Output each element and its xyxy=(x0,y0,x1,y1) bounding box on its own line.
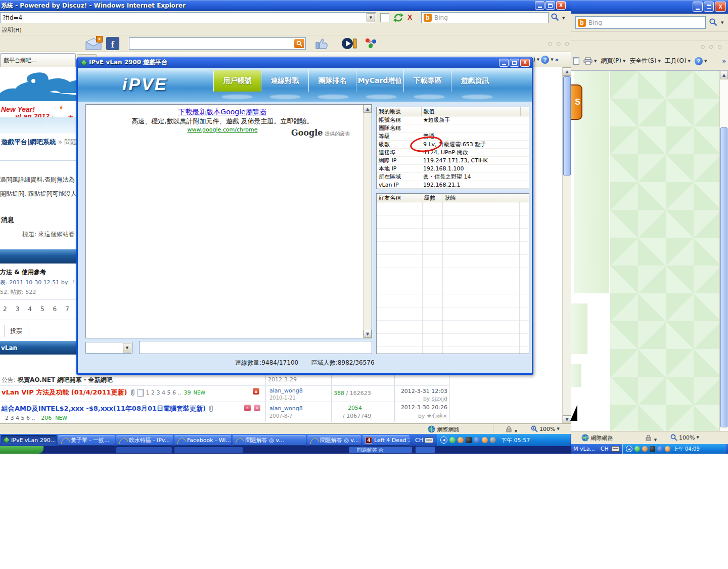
like-button[interactable] xyxy=(315,37,330,52)
refresh-button[interactable] xyxy=(393,13,403,24)
thread-pages[interactable]: 2 3 4 5 6 .. xyxy=(5,415,35,421)
protected-mode-button[interactable]: ▼ xyxy=(645,434,657,443)
minimize-button[interactable] xyxy=(693,2,703,12)
thread-title[interactable]: 組合AMD及INTEL$2,xxx -$8,xxx(11年08月01日電腦套裝更… xyxy=(2,404,206,413)
friends-header-level[interactable]: 級數 xyxy=(422,194,442,202)
browser-scrollbar[interactable]: ▲ ▼ xyxy=(562,67,571,424)
side-tab-button[interactable]: S xyxy=(571,84,582,120)
share-button[interactable] xyxy=(364,37,378,51)
language-indicator[interactable]: CH xyxy=(415,437,423,444)
tab-mycard-topup[interactable]: MyCard增值 xyxy=(356,70,403,92)
app-titlebar[interactable]: IPvE vLan 2900 遊戲平台 X xyxy=(78,57,532,68)
thread-author[interactable]: alan_wong8 xyxy=(269,405,303,412)
friends-list-body[interactable] xyxy=(377,202,529,354)
search-go-button[interactable] xyxy=(551,13,560,23)
tray-icon-app[interactable] xyxy=(642,446,648,452)
tray-icon-user[interactable] xyxy=(474,437,480,443)
left-titlebar[interactable]: 系統 - Powered by Discuz! - Windows Intern… xyxy=(0,0,571,11)
page-icon[interactable] xyxy=(573,57,579,65)
minimize-button[interactable] xyxy=(535,1,544,10)
ad-scrollbar[interactable]: ▲ ▼ xyxy=(363,105,372,338)
page-number[interactable]: 4 xyxy=(28,305,32,313)
page-number[interactable]: 7 xyxy=(65,305,69,313)
bing-search-box[interactable]: b Bing xyxy=(575,16,706,29)
protected-mode-button[interactable]: ▼ xyxy=(506,426,517,434)
print-button[interactable]: ▼ xyxy=(583,57,597,65)
thread-pages[interactable]: 1 2 3 4 5 6 .. xyxy=(146,389,181,396)
tray-icon-browser[interactable] xyxy=(482,437,488,443)
language-indicator[interactable]: CH xyxy=(601,446,609,452)
section-title[interactable]: 方法 & 使用參考 xyxy=(0,268,46,277)
zoom-control[interactable]: 100% ▼ xyxy=(670,434,699,441)
tray-icon-user[interactable] xyxy=(657,446,663,452)
close-button[interactable]: X xyxy=(556,1,566,10)
more-commands-icon[interactable]: » xyxy=(555,56,559,63)
scroll-up-button[interactable]: ▲ xyxy=(563,67,571,76)
scrollbar-thumb[interactable] xyxy=(720,127,727,427)
tray-chevron[interactable]: ◀ xyxy=(440,436,447,444)
account-header-key[interactable]: 我的帳號 xyxy=(377,107,421,116)
tab-team-ranking[interactable]: 團隊排名 xyxy=(308,70,356,92)
help-button[interactable]: ? xyxy=(541,56,549,64)
tab-downloads[interactable]: 下載專區 xyxy=(403,70,451,92)
tray-icon-utility[interactable] xyxy=(650,446,655,452)
address-bar[interactable]: ?fid=4 ▼ xyxy=(0,12,376,23)
video-button[interactable] xyxy=(341,36,357,52)
address-dropdown-button[interactable]: ▼ xyxy=(367,13,375,22)
tray-icon-messenger[interactable] xyxy=(449,437,456,443)
combobox-dropdown-button[interactable]: ▼ xyxy=(123,343,131,353)
app-maximize-button[interactable] xyxy=(510,59,519,67)
account-header-value[interactable]: 數值 xyxy=(421,107,520,116)
compatibility-icon[interactable] xyxy=(380,13,389,22)
taskbar-button-l4d[interactable]: 4Left 4 Dead 2 xyxy=(362,435,410,445)
facebook-button[interactable]: f xyxy=(106,37,119,50)
search-go-button[interactable] xyxy=(709,18,718,28)
scroll-down-button[interactable]: ▼ xyxy=(563,415,571,424)
message-title[interactable]: 標題: 來這個網站看 xyxy=(22,230,75,239)
tray-icon-utility[interactable] xyxy=(466,437,472,443)
toolbar-overflow[interactable]: ○ ○ ○ xyxy=(701,44,723,49)
taskbar-button-ipve[interactable]: IPvE vLan 290... xyxy=(1,435,57,445)
right-page-scrollbar[interactable]: ▲ xyxy=(719,71,728,431)
scroll-up-button[interactable]: ▲ xyxy=(720,71,728,79)
restore-button[interactable] xyxy=(704,2,714,12)
tools-menu[interactable]: 工具(O)▼ xyxy=(665,57,691,65)
tray-icon-volume[interactable] xyxy=(490,437,496,443)
tab-online-battle[interactable]: 連線對戰 xyxy=(261,70,308,92)
more-commands-icon[interactable]: » xyxy=(722,58,726,65)
app-close-button[interactable]: X xyxy=(520,59,530,67)
help-menu[interactable]: ?▼ xyxy=(695,57,707,65)
mail-button[interactable]: ★ xyxy=(85,37,102,52)
taskbar-button[interactable]: e吹水特區 - IPv... xyxy=(116,435,173,445)
safety-menu[interactable]: 安全性(S)▼ xyxy=(629,57,660,65)
stop-button[interactable]: X xyxy=(407,13,412,21)
chat-channel-combobox[interactable]: ▼ xyxy=(85,342,132,354)
toolbar-search-input[interactable] xyxy=(129,37,306,50)
page-number[interactable]: 5 xyxy=(40,305,44,313)
friends-header-name[interactable]: 好友名稱 xyxy=(377,194,422,202)
search-dropdown[interactable]: ▼ xyxy=(562,16,565,20)
announcement-row[interactable]: 公告: 祝賀AO.NET 網吧開幕 - 全新網吧 xyxy=(2,376,113,384)
breadcrumb-site[interactable]: 遊戲平台|網吧系統 xyxy=(1,138,56,146)
taskbar-button[interactable]: eFacebook - Wi... xyxy=(174,435,231,445)
scroll-down-button[interactable]: ▼ xyxy=(363,330,372,338)
zoom-control[interactable]: 100% ▼ xyxy=(531,425,560,432)
tab-user-account[interactable]: 用戶帳號 xyxy=(213,70,261,92)
page-number[interactable]: 2 xyxy=(3,305,7,313)
tray-icon-app[interactable] xyxy=(458,437,464,443)
right-titlebar[interactable]: X xyxy=(571,0,728,14)
search-dropdown[interactable]: ▼ xyxy=(721,21,723,25)
announcement-title[interactable]: 祝賀AO.NET 網吧開幕 - 全新網吧 xyxy=(18,376,113,383)
taskbar-button-fragment[interactable]: M vLa... xyxy=(573,446,595,452)
tray-icon-browser[interactable] xyxy=(665,446,670,452)
page-number[interactable]: 3 xyxy=(16,305,20,313)
taskbar-button[interactable]: e問題解答 ◎ v... xyxy=(307,435,361,445)
start-button-fragment[interactable] xyxy=(0,446,43,454)
ad-url-link[interactable]: www.google.com/chrome xyxy=(188,126,258,133)
ad-headline-link[interactable]: 下載最新版本Google瀏覽器 xyxy=(178,108,266,116)
app-minimize-button[interactable] xyxy=(499,59,509,67)
close-button[interactable]: X xyxy=(715,2,726,12)
taskbar-button[interactable]: e問題解答 ◎ v... xyxy=(233,435,306,445)
page-tab[interactable]: 戲平台網吧... xyxy=(0,53,76,67)
tray-icon-messenger[interactable] xyxy=(634,446,640,452)
